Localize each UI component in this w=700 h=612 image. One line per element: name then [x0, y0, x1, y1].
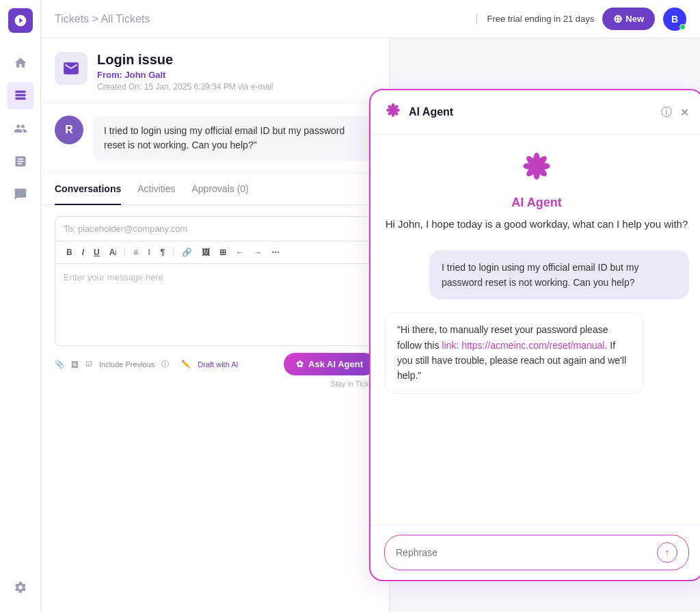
- ai-panel-title: AI Agent: [409, 106, 654, 118]
- sidebar-item-home[interactable]: [7, 49, 34, 77]
- stay-in-ticket: Stay in Ticket: [55, 380, 375, 388]
- sidebar-item-settings[interactable]: [7, 574, 34, 601]
- underline-button[interactable]: U: [91, 246, 103, 258]
- ask-ai-icon: ✿: [296, 359, 304, 369]
- ai-panel-controls: ⓘ ✕: [661, 105, 689, 120]
- more-button[interactable]: ⋯: [269, 246, 282, 258]
- ticket-from: From: John Galt: [97, 70, 273, 80]
- ticket-info: Login issue From: John Galt Created On: …: [97, 52, 273, 92]
- undo-button[interactable]: ←: [233, 246, 247, 258]
- link-button[interactable]: 🔗: [179, 246, 195, 258]
- info-button[interactable]: ⓘ: [661, 105, 672, 120]
- unordered-list-button[interactable]: ⁝: [145, 246, 153, 258]
- ai-user-message: I tried to login using my official email…: [429, 250, 689, 300]
- ai-panel-header: AI Agent ⓘ ✕: [371, 90, 700, 135]
- include-previous-label: Include Previous: [99, 360, 154, 369]
- font-size-button[interactable]: Aᵢ: [107, 246, 120, 258]
- draft-with-ai-label[interactable]: Draft with AI: [198, 360, 238, 369]
- compose-area: To: placeholder@company.com B I U Aᵢ ≡ ⁝…: [41, 205, 389, 399]
- ordered-list-button[interactable]: ≡: [131, 246, 141, 258]
- ask-ai-label: Ask AI Agent: [308, 359, 363, 369]
- sidebar-item-reports[interactable]: [7, 148, 34, 175]
- sidebar-logo[interactable]: [8, 8, 33, 33]
- compose-toolbar: B I U Aᵢ ≡ ⁝ ¶ 🔗 🖼 ⊞ ← → ⋯: [55, 241, 375, 264]
- trial-banner: Free trial ending in 21 days: [476, 14, 594, 24]
- new-button-label: New: [625, 14, 644, 24]
- avatar-letter: B: [671, 14, 678, 25]
- sidebar: [0, 0, 41, 612]
- screenshot-icon[interactable]: 🖼: [71, 360, 79, 369]
- ai-rephrase-input[interactable]: [396, 547, 650, 558]
- compose-footer-left: 📎 🖼 ☑ Include Previous ⓘ ✏️ Draft with A…: [55, 359, 239, 369]
- breadcrumb: Tickets > All Tickets: [55, 13, 468, 25]
- table-button[interactable]: ⊞: [217, 246, 229, 258]
- ask-ai-button[interactable]: ✿ Ask AI Agent: [284, 353, 375, 375]
- sidebar-item-tickets[interactable]: [7, 82, 34, 109]
- compose-footer: 📎 🖼 ☑ Include Previous ⓘ ✏️ Draft with A…: [55, 353, 375, 375]
- ai-panel-flower-icon: [384, 101, 402, 123]
- ai-greeting-section: AI Agent Hi John, I hope today is a good…: [386, 148, 688, 232]
- image-button[interactable]: 🖼: [199, 246, 213, 258]
- include-previous-checkbox[interactable]: ☑: [85, 360, 92, 369]
- indent-button[interactable]: ¶: [157, 246, 167, 258]
- sidebar-item-contacts[interactable]: [7, 115, 34, 142]
- toolbar-separator-2: [173, 248, 174, 257]
- attachment-icon[interactable]: 📎: [55, 360, 64, 369]
- ai-agent-reply: "Hi there, to manually reset your passwo…: [384, 312, 644, 394]
- online-dot: [679, 24, 686, 30]
- compose-to[interactable]: To: placeholder@company.com: [55, 216, 375, 241]
- ticket-icon-box: [55, 52, 88, 85]
- sender-avatar: R: [55, 116, 83, 144]
- draft-ai-icon: ✏️: [181, 360, 191, 369]
- tabs-bar: Conversations Activities Approvals (0): [41, 174, 389, 205]
- info-icon-include: ⓘ: [161, 359, 169, 369]
- svg-point-8: [390, 107, 395, 112]
- svg-point-17: [532, 161, 542, 172]
- plus-icon: ⊕: [613, 12, 622, 25]
- main-area: Tickets > All Tickets Free trial ending …: [41, 0, 700, 612]
- toolbar-separator-1: [124, 248, 125, 257]
- ticket-panel: Login issue From: John Galt Created On: …: [41, 38, 390, 612]
- ticket-created: Created On: 15 Jan, 2025 6:39:34 PM via …: [97, 82, 273, 92]
- ai-panel-body: AI Agent Hi John, I hope today is a good…: [371, 135, 700, 524]
- ticket-message: R I tried to login using my official ema…: [41, 103, 389, 174]
- redo-button[interactable]: →: [251, 246, 265, 258]
- ticket-header: Login issue From: John Galt Created On: …: [41, 38, 389, 103]
- message-bubble: I tried to login using my official email…: [93, 116, 375, 161]
- topbar: Tickets > All Tickets Free trial ending …: [41, 0, 700, 38]
- sidebar-item-conversations[interactable]: [7, 181, 34, 208]
- ai-input-row: ↑: [384, 535, 689, 570]
- compose-body[interactable]: Enter your message here: [55, 264, 375, 346]
- tab-activities[interactable]: Activities: [137, 174, 175, 205]
- italic-button[interactable]: I: [79, 246, 87, 258]
- tab-approvals[interactable]: Approvals (0): [191, 174, 248, 205]
- ai-greeting-flower-icon: [386, 148, 688, 190]
- new-button[interactable]: ⊕ New: [602, 8, 655, 30]
- ticket-title: Login issue: [97, 52, 273, 68]
- tab-conversations[interactable]: Conversations: [55, 174, 121, 205]
- breadcrumb-text: Tickets > All Tickets: [55, 13, 150, 25]
- bold-button[interactable]: B: [64, 246, 75, 258]
- avatar[interactable]: B: [663, 8, 686, 31]
- ai-greeting-text: Hi John, I hope today is a good workday,…: [386, 217, 688, 232]
- agent-reply-link[interactable]: link: https://acmeinc.com/reset/manual: [442, 340, 604, 351]
- close-icon[interactable]: ✕: [680, 106, 689, 119]
- ai-panel-footer: ↑: [371, 524, 700, 580]
- ai-send-button[interactable]: ↑: [657, 542, 677, 563]
- ai-panel: AI Agent ⓘ ✕: [369, 89, 700, 581]
- ai-greeting-name: AI Agent: [386, 196, 688, 210]
